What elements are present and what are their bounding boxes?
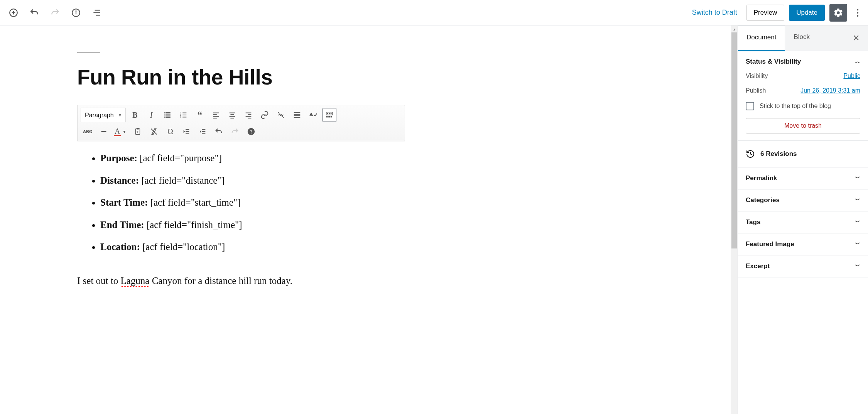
- post-title[interactable]: Fun Run in the Hills: [77, 65, 715, 90]
- unlink-button[interactable]: [274, 108, 288, 122]
- info-button[interactable]: [67, 4, 85, 22]
- post-content[interactable]: Purpose: [acf field="purpose"] Distance:…: [77, 149, 393, 290]
- publish-date-link[interactable]: Jun 26, 2019 3:31 am: [800, 87, 860, 94]
- svg-rect-13: [166, 113, 170, 113]
- chevron-down-icon: ﹀: [855, 219, 860, 226]
- help-button[interactable]: ?: [244, 125, 258, 139]
- svg-point-11: [857, 15, 858, 16]
- switch-to-draft-button[interactable]: Switch to Draft: [687, 5, 742, 20]
- svg-rect-40: [294, 117, 301, 118]
- svg-rect-59: [202, 129, 206, 130]
- svg-rect-21: [182, 115, 186, 115]
- svg-line-36: [278, 112, 280, 114]
- outdent-button[interactable]: [179, 125, 193, 139]
- svg-point-10: [857, 12, 858, 13]
- update-button[interactable]: Update: [789, 5, 825, 21]
- main-layout: Fun Run in the Hills Paragraph B I 123 “: [0, 25, 868, 414]
- align-center-button[interactable]: [225, 108, 239, 122]
- insert-more-button[interactable]: [290, 108, 304, 122]
- svg-rect-60: [202, 131, 206, 132]
- svg-rect-57: [186, 133, 189, 134]
- list-item: Start Time: [acf field="start_time"]: [100, 193, 393, 212]
- visibility-link[interactable]: Public: [843, 73, 860, 79]
- svg-rect-48: [331, 116, 332, 118]
- add-block-button[interactable]: [5, 4, 22, 22]
- svg-point-14: [164, 115, 165, 116]
- svg-rect-23: [182, 117, 186, 118]
- close-sidebar-button[interactable]: ✕: [844, 25, 868, 51]
- svg-point-12: [164, 112, 165, 113]
- italic-button[interactable]: I: [144, 108, 158, 122]
- svg-point-16: [164, 117, 165, 118]
- chevron-down-icon: ﹀: [855, 263, 860, 270]
- stick-checkbox[interactable]: [746, 102, 754, 110]
- numbered-list-button[interactable]: 123: [177, 108, 191, 122]
- spellcheck-button[interactable]: A: [306, 108, 320, 122]
- text-color-button[interactable]: A▼: [113, 125, 128, 139]
- svg-rect-32: [246, 113, 252, 113]
- blockquote-button[interactable]: “: [193, 108, 207, 122]
- list-item: End Time: [acf field="finish_time"]: [100, 216, 393, 234]
- svg-rect-44: [329, 113, 330, 115]
- redo-button: [46, 4, 64, 22]
- svg-rect-19: [182, 113, 186, 113]
- svg-rect-46: [326, 116, 328, 118]
- title-rule: [77, 52, 100, 53]
- classic-editor-toolbar: Paragraph B I 123 “ A ABC: [77, 105, 405, 141]
- panel-status-head[interactable]: Status & Visibility ︿: [738, 51, 868, 73]
- svg-rect-56: [186, 131, 189, 132]
- panel-excerpt: Excerpt ﹀: [738, 255, 868, 277]
- undo-button[interactable]: [25, 4, 43, 22]
- svg-rect-34: [246, 116, 252, 117]
- svg-rect-25: [213, 114, 217, 115]
- stick-row: Stick to the top of the blog: [746, 102, 860, 110]
- strikethrough-button[interactable]: ABC: [81, 125, 95, 139]
- clear-formatting-button[interactable]: [147, 125, 161, 139]
- move-to-trash-button[interactable]: Move to trash: [746, 118, 860, 133]
- svg-text:3: 3: [180, 115, 181, 118]
- more-menu-button[interactable]: [852, 4, 863, 22]
- panel-tags: Tags ﹀: [738, 211, 868, 233]
- indent-button[interactable]: [196, 125, 209, 139]
- list-item: Purpose: [acf field="purpose"]: [100, 149, 393, 167]
- svg-rect-15: [166, 115, 170, 115]
- svg-rect-47: [328, 116, 330, 118]
- format-select[interactable]: Paragraph: [81, 108, 126, 122]
- bullet-list-button[interactable]: [160, 108, 174, 122]
- settings-button[interactable]: [829, 4, 847, 22]
- svg-marker-54: [184, 130, 185, 133]
- toolbar-right: Switch to Draft Preview Update: [687, 4, 863, 22]
- link-button[interactable]: [258, 108, 272, 122]
- special-char-button[interactable]: Ω: [163, 125, 177, 139]
- top-toolbar: Switch to Draft Preview Update: [0, 0, 868, 25]
- svg-rect-31: [230, 118, 234, 118]
- svg-text:T: T: [137, 130, 139, 134]
- history-icon: [746, 149, 755, 159]
- tab-document[interactable]: Document: [738, 25, 785, 51]
- acf-list: Purpose: [acf field="purpose"] Distance:…: [77, 149, 393, 256]
- preview-button[interactable]: Preview: [746, 5, 784, 21]
- paste-text-button[interactable]: T: [131, 125, 145, 139]
- outline-button[interactable]: [88, 4, 106, 22]
- svg-rect-33: [248, 114, 251, 115]
- horizontal-rule-button[interactable]: [97, 125, 111, 139]
- panel-revisions[interactable]: 6 Revisions: [738, 141, 868, 167]
- bold-button[interactable]: B: [128, 108, 142, 122]
- undo2-button[interactable]: [212, 125, 226, 139]
- svg-rect-55: [186, 129, 189, 130]
- svg-text:A: A: [310, 112, 313, 117]
- editor-scrollbar[interactable]: ▴: [731, 25, 738, 414]
- sidebar-tabs: Document Block ✕: [738, 25, 868, 51]
- chevron-down-icon: ﹀: [855, 197, 860, 204]
- redo2-button: [228, 125, 242, 139]
- svg-rect-35: [248, 118, 251, 118]
- svg-rect-38: [294, 114, 301, 116]
- align-left-button[interactable]: [209, 108, 223, 122]
- tab-block[interactable]: Block: [785, 25, 818, 51]
- toolbar-toggle-button[interactable]: [323, 108, 336, 122]
- svg-rect-26: [213, 116, 219, 117]
- align-right-button[interactable]: [241, 108, 255, 122]
- svg-point-9: [857, 8, 858, 10]
- svg-rect-61: [202, 133, 206, 134]
- panel-categories: Categories ﹀: [738, 189, 868, 211]
